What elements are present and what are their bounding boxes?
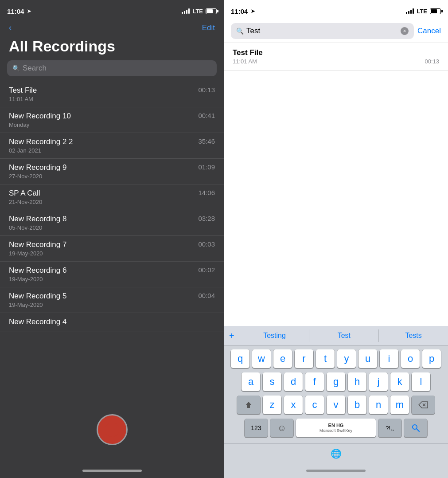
autocomplete-row: + Testing Test Tests	[224, 326, 448, 346]
recording-name-5: New Recording 8	[9, 215, 66, 223]
recording-item-2[interactable]: New Recording 2 2 35:46 02-Jan-2021	[0, 133, 224, 159]
left-location-icon: ➤	[27, 8, 31, 14]
recording-item-3[interactable]: New Recording 9 01:09 27-Nov-2020	[0, 159, 224, 184]
right-signal-bars	[406, 8, 414, 14]
result-date-0: 11:01 AM	[233, 58, 257, 65]
recording-date-2: 02-Jan-2021	[9, 147, 215, 154]
key-c[interactable]: c	[305, 396, 324, 414]
signal-bar-4	[188, 8, 190, 14]
result-duration-0: 00:13	[425, 58, 439, 65]
left-nav-bar: ‹ Edit	[0, 20, 224, 36]
shift-key[interactable]	[237, 396, 260, 414]
recording-duration-4: 14:06	[198, 189, 215, 196]
recording-item-5[interactable]: New Recording 8 03:28 05-Nov-2020	[0, 210, 224, 236]
cancel-button[interactable]: Cancel	[417, 27, 441, 35]
recording-name-4: SP A Call	[9, 189, 40, 198]
autocomplete-word-2[interactable]: Tests	[379, 330, 448, 341]
special-chars-key[interactable]: ?!, .	[378, 419, 401, 437]
recording-date-0: 11:01 AM	[9, 96, 215, 102]
recording-item-4[interactable]: SP A Call 14:06 21-Nov-2020	[0, 184, 224, 210]
key-f[interactable]: f	[305, 372, 324, 391]
recording-duration-7: 00:02	[198, 266, 215, 274]
key-t[interactable]: t	[316, 349, 335, 368]
key-o[interactable]: o	[401, 349, 420, 368]
search-result-item-0[interactable]: Test File 11:01 AM 00:13	[224, 43, 448, 71]
key-p[interactable]: p	[422, 349, 441, 368]
left-battery-fill	[206, 9, 213, 13]
recording-date-8: 19-May-2020	[9, 302, 215, 308]
clear-icon: ×	[403, 28, 406, 34]
key-g[interactable]: g	[327, 372, 345, 391]
left-lte-label: LTE	[192, 8, 203, 15]
key-r[interactable]: r	[295, 349, 313, 368]
record-button[interactable]	[97, 414, 128, 445]
recording-name-8: New Recording 5	[9, 292, 66, 301]
recording-item-9[interactable]: New Recording 4	[0, 313, 224, 332]
globe-icon[interactable]: 🌐	[331, 448, 342, 459]
key-row-3: z x c v b n m	[226, 396, 446, 414]
key-s[interactable]: s	[263, 372, 281, 391]
recording-item-7[interactable]: New Recording 6 00:02 19-May-2020	[0, 262, 224, 287]
svg-line-3	[417, 429, 419, 431]
search-bar[interactable]: 🔍 Search	[7, 60, 217, 76]
recording-item-6[interactable]: New Recording 7 00:03 19-May-2020	[0, 236, 224, 262]
right-location-icon: ➤	[251, 8, 255, 14]
right-panel: 11:04 ➤ LTE 🔍 Test × Cancel	[224, 0, 448, 478]
recording-item-0[interactable]: Test File 00:13 11:01 AM	[0, 82, 224, 107]
key-a[interactable]: a	[242, 372, 260, 391]
keyboard-search-key[interactable]	[404, 419, 427, 437]
recording-duration-5: 03:28	[198, 215, 215, 222]
key-row-4: 123 ☺ EN HG Microsoft SwiftKey ?!, .	[226, 419, 446, 437]
recording-name-1: New Recording 10	[9, 112, 71, 121]
right-battery-fill	[431, 9, 437, 13]
key-v[interactable]: v	[327, 396, 345, 414]
recording-item-1[interactable]: New Recording 10 00:41 Monday	[0, 107, 224, 133]
key-x[interactable]: x	[284, 396, 303, 414]
autocomplete-word-1[interactable]: Test	[309, 330, 378, 341]
space-key[interactable]: EN HG Microsoft SwiftKey	[296, 419, 376, 437]
recording-date-7: 19-May-2020	[9, 276, 215, 282]
key-l[interactable]: l	[412, 372, 430, 391]
right-battery	[430, 8, 441, 14]
key-b[interactable]: b	[348, 396, 366, 414]
key-w[interactable]: w	[252, 349, 271, 368]
keyboard-rows: q w e r t y u i o p a s d f g h j k	[224, 346, 448, 443]
search-clear-button[interactable]: ×	[401, 27, 409, 35]
key-q[interactable]: q	[231, 349, 249, 368]
right-time: 11:04 ➤	[231, 8, 255, 15]
key-k[interactable]: k	[390, 372, 409, 391]
backspace-key[interactable]	[412, 396, 435, 414]
numbers-key[interactable]: 123	[245, 419, 268, 437]
recording-item-8[interactable]: New Recording 5 00:04 19-May-2020	[0, 287, 224, 313]
key-e[interactable]: e	[273, 349, 292, 368]
key-n[interactable]: n	[369, 396, 388, 414]
right-home-indicator	[224, 463, 448, 478]
key-z[interactable]: z	[263, 396, 281, 414]
right-status-icons: LTE	[406, 8, 441, 15]
key-h[interactable]: h	[348, 372, 366, 391]
key-u[interactable]: u	[358, 349, 377, 368]
recordings-list: Test File 00:13 11:01 AM New Recording 1…	[0, 82, 224, 405]
recording-date-4: 21-Nov-2020	[9, 199, 215, 205]
key-d[interactable]: d	[284, 372, 303, 391]
key-i[interactable]: i	[380, 349, 398, 368]
back-button[interactable]: ‹	[9, 23, 12, 32]
signal-bar-2	[184, 11, 185, 14]
autocomplete-word-0[interactable]: Testing	[240, 330, 309, 341]
left-status-bar: 11:04 ➤ LTE	[0, 0, 224, 20]
key-j[interactable]: j	[369, 372, 388, 391]
right-home-bar	[306, 470, 366, 472]
left-panel: 11:04 ➤ LTE ‹ Edit All Recordings 🔍 Sear…	[0, 0, 224, 478]
key-y[interactable]: y	[337, 349, 356, 368]
recording-name-9: New Recording 4	[9, 317, 66, 326]
search-bar-container: 🔍 Search	[0, 60, 224, 82]
record-button-container	[0, 405, 224, 463]
search-input[interactable]: Test	[246, 27, 398, 35]
search-input-container[interactable]: 🔍 Test ×	[231, 23, 414, 39]
keyboard-area: + Testing Test Tests q w e r t y u i o p	[224, 326, 448, 478]
edit-button[interactable]: Edit	[202, 24, 215, 32]
key-m[interactable]: m	[390, 396, 409, 414]
emoji-key[interactable]: ☺	[270, 419, 293, 437]
r-signal-bar-3	[410, 10, 412, 14]
autocomplete-plus-icon[interactable]: +	[224, 331, 240, 341]
